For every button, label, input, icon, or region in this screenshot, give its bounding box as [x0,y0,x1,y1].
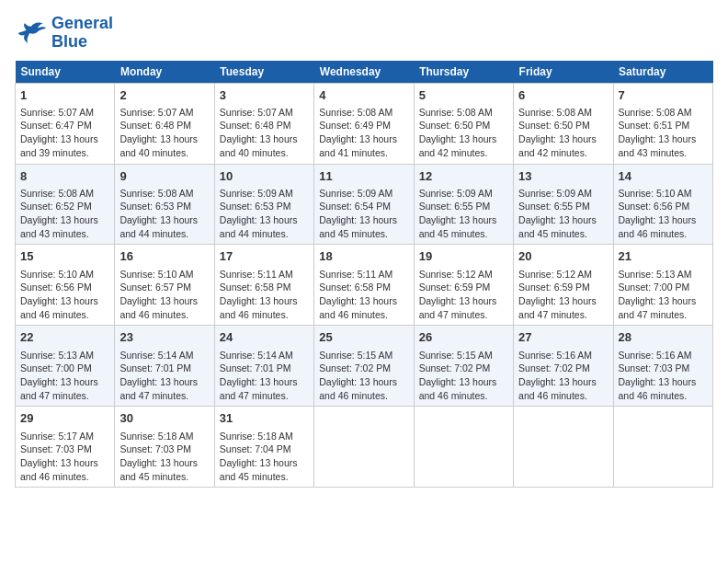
sunset-text: Sunset: 6:49 PM [319,120,391,131]
sunset-text: Sunset: 7:03 PM [119,443,191,454]
calendar-cell: 27 Sunrise: 5:16 AM Sunset: 7:02 PM Dayl… [514,326,613,407]
sunset-text: Sunset: 6:53 PM [220,201,291,212]
sunset-text: Sunset: 7:02 PM [518,362,590,373]
sunrise-text: Sunrise: 5:13 AM [619,269,692,280]
daylight-text: Daylight: 13 hours [518,133,597,144]
day-number: 21 [619,248,708,265]
daylight-text: Daylight: 13 hours [20,376,98,387]
logo-bird-icon [15,19,48,47]
calendar-cell: 2 Sunrise: 5:07 AM Sunset: 6:48 PM Dayli… [115,83,214,164]
logo: General Blue [15,15,113,52]
daylight-text: Daylight: 13 hours [518,295,597,306]
weekday-header-sunday: Sunday [16,61,115,84]
sunset-text: Sunset: 6:56 PM [20,282,92,293]
daylight-minutes: and 41 minutes. [319,147,388,158]
sunrise-text: Sunrise: 5:07 AM [20,107,94,118]
sunrise-text: Sunrise: 5:10 AM [20,269,94,280]
day-number: 9 [119,168,209,185]
daylight-text: Daylight: 13 hours [20,214,98,225]
daylight-minutes: and 47 minutes. [619,309,688,320]
daylight-text: Daylight: 13 hours [119,133,198,144]
calendar-cell: 26 Sunrise: 5:15 AM Sunset: 7:02 PM Dayl… [414,326,513,407]
calendar-week-row: 29 Sunrise: 5:17 AM Sunset: 7:03 PM Dayl… [16,407,713,488]
sunset-text: Sunset: 6:48 PM [119,120,191,131]
daylight-text: Daylight: 13 hours [119,214,198,225]
calendar-cell: 16 Sunrise: 5:10 AM Sunset: 6:57 PM Dayl… [115,245,214,326]
daylight-text: Daylight: 13 hours [220,457,298,468]
daylight-minutes: and 45 minutes. [518,228,587,239]
sunset-text: Sunset: 6:48 PM [220,120,291,131]
daylight-minutes: and 47 minutes. [220,390,289,401]
daylight-text: Daylight: 13 hours [619,295,697,306]
sunrise-text: Sunrise: 5:08 AM [119,188,193,199]
calendar-cell: 13 Sunrise: 5:09 AM Sunset: 6:55 PM Dayl… [514,164,613,245]
sunset-text: Sunset: 6:52 PM [20,201,92,212]
sunrise-text: Sunrise: 5:18 AM [119,431,193,442]
sunset-text: Sunset: 6:50 PM [419,120,491,131]
calendar-cell: 11 Sunrise: 5:09 AM Sunset: 6:54 PM Dayl… [314,164,414,245]
sunset-text: Sunset: 7:02 PM [319,362,391,373]
calendar-cell: 9 Sunrise: 5:08 AM Sunset: 6:53 PM Dayli… [115,164,214,245]
sunset-text: Sunset: 6:56 PM [619,201,690,212]
sunset-text: Sunset: 6:59 PM [419,282,491,293]
day-number: 1 [20,87,109,104]
day-number: 31 [220,410,309,427]
daylight-text: Daylight: 13 hours [419,133,497,144]
sunset-text: Sunset: 7:01 PM [119,362,191,373]
daylight-minutes: and 42 minutes. [419,147,488,158]
sunrise-text: Sunrise: 5:09 AM [419,188,493,199]
calendar-cell: 21 Sunrise: 5:13 AM Sunset: 7:00 PM Dayl… [613,245,712,326]
day-number: 30 [119,410,209,427]
daylight-minutes: and 47 minutes. [419,309,488,320]
calendar-cell: 3 Sunrise: 5:07 AM Sunset: 6:48 PM Dayli… [214,83,313,164]
weekday-header-monday: Monday [115,61,214,84]
sunrise-text: Sunrise: 5:14 AM [220,350,293,361]
daylight-minutes: and 46 minutes. [518,390,587,401]
calendar-cell: 18 Sunrise: 5:11 AM Sunset: 6:58 PM Dayl… [314,245,414,326]
day-number: 24 [220,329,309,346]
daylight-text: Daylight: 13 hours [220,133,298,144]
day-number: 16 [119,248,209,265]
daylight-minutes: and 40 minutes. [220,147,289,158]
sunset-text: Sunset: 6:51 PM [619,120,690,131]
day-number: 4 [319,87,408,104]
calendar-cell: 25 Sunrise: 5:15 AM Sunset: 7:02 PM Dayl… [314,326,414,407]
daylight-text: Daylight: 13 hours [619,376,697,387]
calendar-cell: 4 Sunrise: 5:08 AM Sunset: 6:49 PM Dayli… [314,83,414,164]
sunrise-text: Sunrise: 5:16 AM [619,350,692,361]
daylight-text: Daylight: 13 hours [419,295,497,306]
daylight-minutes: and 47 minutes. [20,390,89,401]
day-number: 29 [20,410,109,427]
daylight-minutes: and 47 minutes. [518,309,587,320]
calendar-cell: 28 Sunrise: 5:16 AM Sunset: 7:03 PM Dayl… [613,326,712,407]
sunrise-text: Sunrise: 5:18 AM [220,431,293,442]
day-number: 23 [119,329,209,346]
sunset-text: Sunset: 6:58 PM [220,282,291,293]
daylight-text: Daylight: 13 hours [518,376,597,387]
day-number: 26 [419,329,508,346]
calendar-cell: 30 Sunrise: 5:18 AM Sunset: 7:03 PM Dayl… [115,407,214,488]
day-number: 28 [619,329,708,346]
sunset-text: Sunset: 7:00 PM [20,362,92,373]
daylight-text: Daylight: 13 hours [119,376,198,387]
daylight-minutes: and 43 minutes. [20,228,89,239]
calendar-cell: 17 Sunrise: 5:11 AM Sunset: 6:58 PM Dayl… [214,245,313,326]
day-number: 7 [619,87,708,104]
calendar-cell: 12 Sunrise: 5:09 AM Sunset: 6:55 PM Dayl… [414,164,513,245]
daylight-text: Daylight: 13 hours [20,457,98,468]
sunset-text: Sunset: 7:01 PM [220,362,291,373]
daylight-text: Daylight: 13 hours [419,214,497,225]
day-number: 22 [20,329,109,346]
day-number: 15 [20,248,109,265]
sunset-text: Sunset: 6:55 PM [419,201,491,212]
daylight-minutes: and 44 minutes. [119,228,188,239]
calendar-cell: 31 Sunrise: 5:18 AM Sunset: 7:04 PM Dayl… [214,407,313,488]
daylight-minutes: and 47 minutes. [119,390,188,401]
sunrise-text: Sunrise: 5:12 AM [518,269,592,280]
sunset-text: Sunset: 7:04 PM [220,443,291,454]
daylight-text: Daylight: 13 hours [20,295,98,306]
sunrise-text: Sunrise: 5:07 AM [119,107,193,118]
sunrise-text: Sunrise: 5:08 AM [619,107,692,118]
calendar-week-row: 1 Sunrise: 5:07 AM Sunset: 6:47 PM Dayli… [16,83,713,164]
daylight-minutes: and 45 minutes. [419,228,488,239]
